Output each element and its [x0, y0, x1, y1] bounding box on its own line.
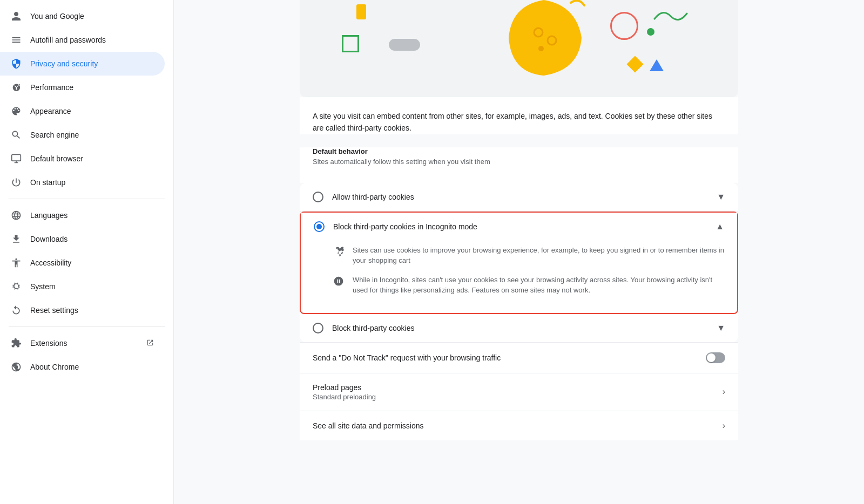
chevron-up-incognito: ▲ — [716, 222, 724, 231]
reset-icon — [11, 305, 22, 316]
sidebar-label-system: System — [30, 282, 154, 291]
sidebar-label-default-browser: Default browser — [30, 154, 154, 163]
chevron-down-block-all: ▼ — [717, 323, 725, 333]
startup-icon — [11, 177, 22, 188]
block-detail-icon — [333, 276, 344, 287]
sidebar-item-performance[interactable]: Performance — [0, 76, 165, 99]
sidebar-label-on-startup: On startup — [30, 178, 154, 187]
sidebar-label-accessibility: Accessibility — [30, 258, 154, 267]
sidebar-item-privacy-security[interactable]: Privacy and security — [0, 52, 165, 76]
extensions-icon — [11, 338, 22, 349]
cookies-description: A site you visit can embed content from … — [300, 97, 738, 134]
do-not-track-label: Send a "Do Not Track" request with your … — [313, 353, 706, 362]
radio-block-incognito-header[interactable]: Block third-party cookies in Incognito m… — [301, 213, 737, 241]
autofill-icon — [11, 35, 22, 45]
cookie-illustration — [300, 0, 738, 97]
search-icon — [11, 130, 22, 140]
radio-btn-block-incognito[interactable] — [314, 221, 325, 232]
sidebar-item-extensions[interactable]: Extensions — [0, 331, 165, 355]
sidebar-item-accessibility[interactable]: Accessibility — [0, 251, 165, 275]
incognito-detail-1: Sites can use cookies to improve your br… — [333, 245, 724, 266]
sidebar-item-downloads[interactable]: Downloads — [0, 227, 165, 251]
sidebar: You and Google Autofill and passwords Pr… — [0, 0, 174, 504]
sidebar-label-appearance: Appearance — [30, 107, 154, 115]
incognito-detail-2: While in Incognito, sites can't use your… — [333, 275, 724, 296]
incognito-detail-text-1: Sites can use cookies to improve your br… — [353, 245, 724, 266]
description-text-content: A site you visit can embed content from … — [313, 112, 712, 132]
preload-pages-subtitle: Standard preloading — [313, 393, 723, 401]
svg-rect-0 — [12, 155, 21, 161]
external-link-icon — [146, 339, 154, 348]
sidebar-item-system[interactable]: System — [0, 275, 165, 298]
preload-pages-label: Preload pages Standard preloading — [313, 383, 723, 401]
radio-allow-cookies[interactable]: Allow third-party cookies ▼ — [300, 183, 738, 212]
do-not-track-title: Send a "Do Not Track" request with your … — [313, 353, 706, 362]
radio-btn-block-all[interactable] — [313, 323, 323, 333]
shape-blue-triangle — [650, 59, 664, 71]
sidebar-item-reset-settings[interactable]: Reset settings — [0, 298, 165, 322]
settings-do-not-track[interactable]: Send a "Do Not Track" request with your … — [300, 342, 738, 373]
sidebar-item-appearance[interactable]: Appearance — [0, 99, 165, 123]
settings-preload-pages[interactable]: Preload pages Standard preloading › — [300, 373, 738, 411]
site-data-title: See all site data and permissions — [313, 421, 723, 430]
sidebar-label-search-engine: Search engine — [30, 131, 154, 139]
incognito-detail-text-2: While in Incognito, sites can't use your… — [353, 275, 724, 296]
sidebar-item-you-and-google[interactable]: You and Google — [0, 4, 165, 28]
default-behavior-sub: Sites automatically follow this setting … — [313, 158, 725, 166]
sidebar-label-autofill: Autofill and passwords — [30, 36, 154, 44]
downloads-icon — [11, 234, 22, 244]
site-data-chevron: › — [723, 421, 725, 431]
shape-yellow-diamond — [626, 56, 643, 72]
radio-label-block-all: Block third-party cookies — [332, 324, 717, 332]
sidebar-divider-1 — [9, 199, 165, 199]
chevron-down-allow: ▼ — [717, 192, 725, 202]
sidebar-label-reset-settings: Reset settings — [30, 306, 154, 315]
sidebar-label-downloads: Downloads — [30, 235, 154, 243]
radio-btn-allow[interactable] — [313, 192, 323, 202]
sidebar-label-about-chrome: About Chrome — [30, 363, 154, 371]
sidebar-item-search-engine[interactable]: Search engine — [0, 123, 165, 147]
sidebar-item-on-startup[interactable]: On startup — [0, 171, 165, 194]
green-squiggle — [652, 5, 690, 24]
radio-block-all[interactable]: Block third-party cookies ▼ — [300, 314, 738, 342]
preload-pages-chevron: › — [723, 387, 725, 397]
sidebar-item-about-chrome[interactable]: About Chrome — [0, 355, 165, 379]
preload-pages-title: Preload pages — [313, 383, 723, 392]
site-data-label: See all site data and permissions — [313, 421, 723, 430]
default-browser-icon — [11, 153, 22, 164]
radio-label-block-incognito: Block third-party cookies in Incognito m… — [333, 222, 716, 231]
sidebar-label-languages: Languages — [30, 211, 154, 220]
languages-icon — [11, 210, 22, 221]
sidebar-label-privacy-security: Privacy and security — [30, 59, 154, 68]
appearance-icon — [11, 106, 22, 117]
radio-block-incognito[interactable]: Block third-party cookies in Incognito m… — [300, 212, 738, 314]
incognito-expanded-content: Sites can use cookies to improve your br… — [301, 241, 737, 313]
cookie-detail-icon — [333, 246, 344, 257]
shape-gray-pill — [389, 39, 420, 51]
chrome-icon — [11, 362, 22, 372]
svg-point-4 — [538, 46, 544, 51]
shape-pink-circle — [610, 12, 638, 40]
cookie-svg — [501, 0, 587, 81]
sidebar-item-autofill[interactable]: Autofill and passwords — [0, 28, 165, 52]
sidebar-item-default-browser[interactable]: Default browser — [0, 147, 165, 171]
default-behavior-section: Default behavior Sites automatically fol… — [300, 147, 738, 183]
radio-options-card: Allow third-party cookies ▼ Block third-… — [300, 183, 738, 342]
radio-label-allow: Allow third-party cookies — [332, 193, 717, 201]
shape-yellow-rect — [356, 4, 366, 19]
default-behavior-label: Default behavior — [313, 147, 725, 155]
performance-icon — [11, 82, 22, 93]
sidebar-item-languages[interactable]: Languages — [0, 203, 165, 227]
main-content: A site you visit can embed content from … — [174, 0, 864, 504]
sidebar-label-extensions: Extensions — [30, 339, 138, 348]
shield-icon — [11, 58, 22, 69]
shape-green-square — [342, 35, 359, 52]
shape-green-dot — [647, 28, 654, 36]
settings-site-data[interactable]: See all site data and permissions › — [300, 411, 738, 440]
sidebar-label-performance: Performance — [30, 83, 154, 92]
accessibility-icon — [11, 257, 22, 268]
person-icon — [11, 11, 22, 22]
do-not-track-toggle[interactable] — [706, 352, 725, 363]
sidebar-label-you-and-google: You and Google — [30, 12, 154, 21]
system-icon — [11, 281, 22, 292]
